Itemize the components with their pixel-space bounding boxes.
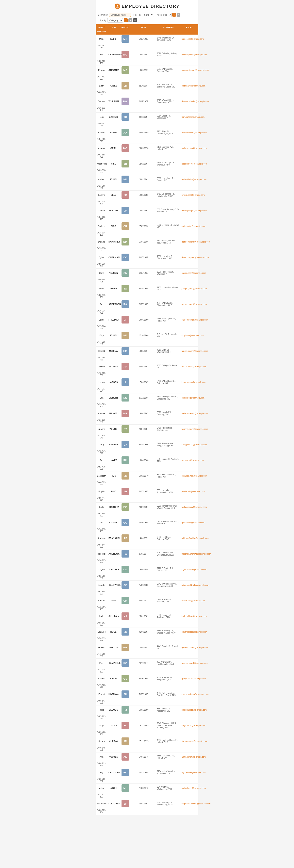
sort-asc-button[interactable] (124, 19, 128, 22)
employee-first: Edith (96, 83, 108, 88)
employee-mobile: 0450-447-775 (96, 496, 108, 502)
employee-address: 9990 Timber Wolf Trail, Wagga Wagga, QLD (156, 504, 181, 510)
filter-section: Filter by State Age group ✕ (134, 13, 180, 17)
employee-mobile: 0494-544-353 (96, 542, 108, 549)
table-row: Harold MEDINA HM 18/05/1967 7210 Elgin S… (96, 347, 198, 362)
employee-last: NELSON (108, 271, 119, 275)
employee-last: CARPENTER (108, 52, 119, 57)
employee-email: clinton.ruiz@example.com (181, 598, 198, 603)
employee-address: 6448 Walnut Hill Ln, Tamworth, NSW (156, 36, 181, 42)
sort-category-select[interactable]: Category (107, 18, 123, 23)
employee-dob: 8/05/1994 (131, 676, 156, 681)
employee-email: addison.franklin@example.com (181, 536, 198, 540)
employee-last: MEDINA (108, 349, 119, 353)
employee-dob: 17/07/1978 (131, 755, 156, 759)
employee-last: RAMOS (108, 411, 119, 416)
employee-last: YOUNG (108, 427, 119, 431)
photo-placeholder: DP (121, 207, 129, 214)
photo-placeholder: SM (121, 738, 129, 745)
employee-first: Mia (96, 52, 108, 57)
employee-first: Roy (96, 458, 108, 463)
employee-address: 5452 Harrison Ct, Sunshine Coast, VIC (156, 82, 181, 89)
photo-placeholder: LL (121, 378, 129, 386)
table-row: Ray ANDERSON RA 9/08/1992 4584 W Dallas … (96, 300, 198, 315)
employee-last: CALDWELL (108, 770, 119, 775)
table-row: Allison FLORES AF 23/05/1951 4367 Colleg… (96, 362, 198, 378)
photo-placeholder: DM (121, 238, 129, 246)
employee-email: milton.lynch@example.com (181, 786, 198, 790)
photo-placeholder: HM (121, 347, 129, 355)
employee-email: gladys.shaw@example.com (181, 676, 198, 681)
employee-photo: KK (119, 331, 131, 340)
employee-mobile: 0417-363-472 (96, 683, 108, 690)
table-row: Jacqueline HILL JH 12/02/1997 9394 Thorn… (96, 159, 198, 175)
col-header-last: LAST (108, 26, 119, 29)
employee-mobile: 0468-129-156 (96, 59, 108, 66)
employee-last: HAYES (108, 83, 119, 88)
employee-last: CURTIS (108, 520, 119, 525)
employee-list: Mark ELLIS ME 7/03/1982 6448 Walnut Hill… (96, 35, 198, 815)
employee-mobile: 0456-833-939 (96, 636, 108, 643)
search-input[interactable] (109, 13, 131, 17)
employee-address: 9456 Hillcrest Rd, Mildura, TAS (156, 426, 181, 432)
filter-age-select[interactable]: Age group (155, 13, 172, 17)
employee-first: Leroy (96, 442, 108, 447)
table-row: Chris NELSON CN 3/07/1963 3226 Paddock W… (96, 269, 198, 284)
photo-placeholder: FA (121, 550, 129, 558)
sort-desc-button[interactable] (128, 19, 133, 22)
employee-mobile: 0461-944-702 (96, 511, 108, 518)
employee-dob: 19/05/1983 (131, 193, 156, 197)
employee-email: evelyn.bell@example.com (181, 193, 198, 197)
employee-first: Alberto (96, 583, 108, 587)
employee-email: ann.nguyen@example.com (181, 755, 198, 759)
employee-mobile: 0444-522-624 (96, 480, 108, 487)
employee-email: tonya.lucas@example.com (181, 723, 198, 728)
filter-clear-button[interactable]: ✕ (177, 13, 180, 17)
employee-last: RICE (108, 224, 119, 228)
employee-mobile: 0490-752-913 (96, 121, 108, 128)
employee-email: brianna.young@example.com (181, 427, 198, 431)
employee-photo: GC (119, 518, 131, 527)
employee-photo: TL (119, 721, 131, 730)
sort-reset-button[interactable] (133, 19, 137, 22)
employee-photo: BY (119, 425, 131, 433)
filter-state-select[interactable]: State (142, 13, 154, 17)
photo-placeholder: AA (121, 129, 129, 136)
employee-email: kitty.kuhn@example.com (181, 333, 198, 338)
employee-dob: 21/08/1975 (131, 786, 156, 790)
table-row: Kitty KUHN KK 27/10/1964 2 Cherry St, Ta… (96, 331, 198, 347)
employee-first: Tonya (96, 723, 108, 728)
employee-address: 4593 Rolling Green Rd, Gladstone, VIC (156, 394, 181, 401)
filter-label: Filter by (134, 13, 141, 16)
employee-address: 4367 Oak Lawn Ave, Sunshine Coast, TAS (156, 691, 181, 698)
photo-placeholder: DW (121, 98, 129, 105)
employee-first: Jacqueline (96, 161, 108, 166)
employee-dob: 28/07/1987 (131, 427, 156, 431)
employee-last: JACOBS (108, 707, 119, 712)
employee-mobile: 0490-654-405 (96, 277, 108, 284)
header: EMPLOYEE DIRECTORY (96, 0, 198, 11)
employee-address: 3411 Lakeshore Rd, Hervey Bay, NSW (156, 192, 181, 198)
employee-mobile: 0440-645-681 (96, 746, 108, 752)
employee-photo: ML (119, 784, 131, 793)
employee-last: ANDERSON (108, 302, 119, 307)
employee-email: melanie.ramos@example.com (181, 411, 198, 416)
employee-last: LYNCH (108, 786, 119, 790)
employee-first: Carrie (96, 317, 108, 322)
employee-first: Mark (96, 36, 108, 41)
table-row: Tony CARTER TC 30/12/1997 9914 Green Rd,… (96, 113, 198, 128)
col-header-email: EMAIL (181, 26, 198, 29)
employee-last: RUIZ (108, 598, 119, 603)
employee-address: 1075 Walnut Hill Ln, Bundaberg, ACT (156, 98, 181, 105)
header-icon (115, 4, 120, 9)
employee-first: Milton (96, 786, 108, 790)
employee-last: STEWARD (108, 68, 119, 72)
employee-address: 818 Railroad St, Kalgoorlie, VIC (156, 707, 181, 713)
filter-icon[interactable] (172, 13, 176, 17)
employee-dob: 8/03/1953 (131, 489, 156, 494)
employee-mobile: 0486-336-428 (96, 262, 108, 269)
table-row: Eduardo ROSE ER 31/08/1993 7189 N Stelli… (96, 627, 198, 643)
photo-placeholder: EH (121, 690, 129, 698)
employee-address: 487 W Dallas St, Rockhampton, TAS (156, 660, 181, 666)
photo-placeholder: TL (121, 722, 129, 730)
